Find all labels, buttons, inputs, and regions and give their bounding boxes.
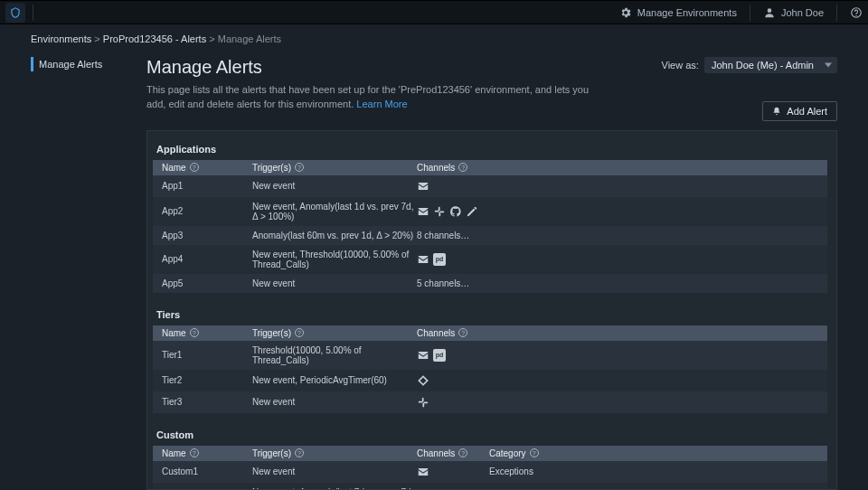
logo[interactable] [5,3,25,23]
table-row[interactable]: App3Anomaly(last 60m vs. prev 1d, Δ > 20… [153,226,827,245]
table-row[interactable]: App4New event, Threshold(10000, 5.00% of… [153,245,827,274]
pen-icon [466,205,478,218]
help-icon[interactable]: ? [295,328,304,337]
pagerduty-icon: pd [433,253,446,266]
manage-environments-label: Manage Environments [637,7,737,18]
table-header-tiers: Name? Trigger(s)? Channels? [153,325,827,341]
alerts-scroll[interactable]: Applications Name? Trigger(s)? Channels?… [147,131,836,489]
sidebar-item-manage-alerts[interactable]: Manage Alerts [31,57,146,71]
svg-rect-3 [439,212,440,216]
channels [417,374,561,387]
add-alert-button[interactable]: Add Alert [762,101,837,121]
cell-trigger: New event [252,397,417,407]
cell-trigger: New event [252,466,417,476]
cell-name: Tier2 [162,375,252,385]
learn-more-link[interactable]: Learn More [356,99,407,109]
help-icon[interactable]: ? [458,448,467,457]
section-custom: Custom [147,417,833,446]
cell-name: App2 [162,206,252,216]
user-icon [763,6,776,19]
channels [417,205,561,218]
divider [33,5,33,21]
help-icon [850,6,863,19]
cell-name: Custom1 [162,466,252,476]
slack-icon [417,396,429,409]
svg-rect-7 [422,402,424,407]
table-row[interactable]: Tier1Threshold(10000, 5.00% of Thread_Ca… [153,341,827,370]
svg-rect-4 [440,211,445,212]
help-icon[interactable]: ? [295,448,304,457]
table-row[interactable]: Custom2New event, Anomaly(last 7d vs. pr… [153,483,827,489]
cell-trigger: New event, PeriodicAvgTimer(60) [252,375,417,385]
cell-trigger: New event [252,181,417,191]
cell-channels: 5 channels… [417,278,561,288]
mail-icon [417,466,429,478]
svg-rect-2 [435,211,439,212]
cell-channels: pd [417,253,561,266]
breadcrumb-current: Manage Alerts [218,33,281,44]
mail-icon [417,205,429,218]
table-row[interactable]: Tier3New event [153,391,827,413]
view-as-select[interactable]: John Doe (Me) - Admin [704,57,837,73]
view-as-value: John Doe (Me) - Admin [712,60,814,71]
cell-channels [417,396,561,409]
table-row[interactable]: App2New event, Anomaly(last 1d vs. prev … [153,197,827,226]
help-icon[interactable]: ? [190,163,199,172]
table-row[interactable]: App5New event5 channels… [153,274,827,293]
help-icon[interactable]: ? [458,328,467,337]
user-menu[interactable]: John Doe [763,6,824,19]
table-header-custom: Name? Trigger(s)? Channels? Category? [153,446,827,461]
help-icon[interactable]: ? [458,163,467,172]
bell-icon [772,107,781,116]
help-link[interactable] [850,6,863,19]
svg-rect-5 [422,398,424,402]
mail-icon [417,180,429,193]
page-title: Manage Alerts [146,57,599,78]
help-icon[interactable]: ? [190,448,199,457]
table-row[interactable]: App1New event [153,175,827,197]
help-icon[interactable]: ? [530,448,539,457]
alerts-panel: Applications Name? Trigger(s)? Channels?… [146,130,837,490]
channels: pd [417,349,561,362]
channels: pd [417,253,561,266]
cell-name: Tier3 [162,397,252,407]
cell-channels [417,180,561,193]
cell-name: App1 [162,181,252,191]
page-description: This page lists all the alerts that have… [146,83,599,112]
breadcrumb-project[interactable]: ProProd123456 - Alerts [103,33,206,44]
manage-environments-link[interactable]: Manage Environments [619,6,737,19]
cell-trigger: New event, Threshold(10000, 5.00% of Thr… [252,250,417,269]
channels [417,396,561,409]
cell-channels [417,466,489,478]
jira-icon [417,374,429,387]
mail-icon [417,349,429,362]
cell-name: App4 [162,254,252,264]
user-name-label: John Doe [781,7,824,18]
chevron-down-icon [825,63,832,68]
svg-rect-8 [424,401,429,403]
channels-text: 5 channels… [417,278,469,288]
mail-icon [417,253,429,266]
divider [836,5,837,21]
view-as-label: View as: [662,60,699,71]
help-icon[interactable]: ? [190,328,199,337]
cell-trigger: Threshold(10000, 5.00% of Thread_Calls) [252,345,417,365]
table-header-apps: Name? Trigger(s)? Channels? [153,160,827,175]
cell-channels: 8 channels… [417,231,561,240]
add-alert-label: Add Alert [787,106,827,117]
cell-name: Tier1 [162,350,252,360]
table-row[interactable]: Tier2New event, PeriodicAvgTimer(60) [153,370,827,391]
cell-trigger: Anomaly(last 60m vs. prev 1d, Δ > 20%) [252,231,417,240]
cell-trigger: New event, Anomaly(last 1d vs. prev 7d, … [252,202,417,221]
svg-rect-1 [439,207,440,212]
sidebar: Manage Alerts [31,57,146,490]
divider [750,5,750,21]
logo-icon [9,6,22,19]
section-tiers: Tiers [147,297,833,325]
help-icon[interactable]: ? [295,163,304,172]
slack-icon [433,205,446,218]
cell-name: App5 [162,278,252,288]
sidebar-item-label: Manage Alerts [39,59,102,70]
table-row[interactable]: Custom1New eventExceptions [153,461,827,483]
breadcrumb-environments[interactable]: Environments [31,33,91,44]
